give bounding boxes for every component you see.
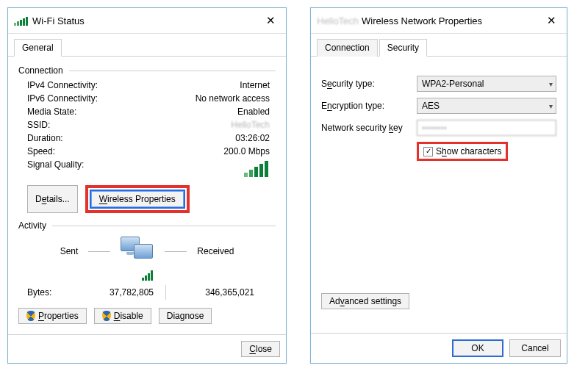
- close-button[interactable]: Close: [241, 341, 280, 357]
- advanced-settings-button[interactable]: Advanced settings: [321, 293, 409, 309]
- details-button[interactable]: Details...: [27, 185, 78, 213]
- ipv4-value: Internet: [123, 80, 276, 90]
- tabs: Connection Security: [311, 34, 567, 57]
- row-security-type: Security type: WPA2-Personal ▾: [321, 73, 556, 95]
- tab-label: Security: [387, 43, 419, 53]
- tab-general[interactable]: General: [14, 39, 62, 57]
- t: W: [99, 194, 107, 204]
- activity-header-label: Activity: [18, 220, 46, 231]
- t: h: [442, 146, 447, 156]
- window-title: Wi-Fi Status: [32, 15, 85, 26]
- t: roperties: [44, 311, 79, 321]
- ipv6-label: IPv6 Connectivity:: [27, 93, 123, 104]
- bytes-received: 346,365,021: [172, 287, 260, 298]
- encryption-type-label: Encryption type:: [321, 101, 417, 111]
- t: OK: [471, 343, 484, 353]
- t: lose: [256, 344, 272, 354]
- shield-icon: [26, 311, 35, 321]
- row-show-characters: ✓ Show characters: [321, 139, 556, 164]
- row-speed: Speed: 200.0 Mbps: [18, 145, 276, 158]
- network-key-input[interactable]: ••••••••: [417, 120, 556, 136]
- tab-security[interactable]: Security: [379, 39, 427, 57]
- footer-buttons: Properties Disable Diagnose: [18, 303, 276, 328]
- signal-quality-icon: [244, 159, 268, 177]
- ipv6-value: No network access: [123, 93, 276, 104]
- bytes-sent: 37,782,805: [71, 287, 159, 298]
- media-value: Enabled: [123, 107, 276, 117]
- tab-label: Connection: [325, 43, 370, 53]
- t: isable: [120, 311, 143, 321]
- bytes-row: Bytes: 37,782,805 346,365,021: [18, 284, 276, 301]
- close-button[interactable]: ✕: [262, 12, 280, 29]
- divider: [165, 285, 166, 300]
- wifi-signal-icon: [14, 15, 28, 26]
- connection-header: Connection: [18, 65, 276, 76]
- activity-signal-icon: [142, 269, 153, 281]
- received-label: Received: [197, 246, 234, 256]
- network-name-label: HelloTech: [317, 15, 359, 26]
- highlight-show-characters: ✓ Show characters: [417, 142, 508, 161]
- properties-button[interactable]: Properties: [18, 308, 87, 324]
- activity-header: Activity: [18, 220, 276, 231]
- t: Cancel: [521, 343, 548, 353]
- media-label: Media State:: [27, 107, 123, 117]
- row-encryption-type: Encryption type: AES ▾: [321, 95, 556, 117]
- close-button[interactable]: ✕: [542, 12, 561, 29]
- encryption-type-value: AES: [422, 101, 549, 111]
- security-pane: Security type: WPA2-Personal ▾ Encryptio…: [311, 57, 567, 333]
- speed-value: 200.0 Mbps: [123, 146, 276, 156]
- wireless-properties-button[interactable]: Wireless Properties: [91, 191, 184, 207]
- t: ireless Properties: [107, 194, 176, 204]
- security-type-select[interactable]: WPA2-Personal ▾: [417, 76, 556, 92]
- ipv4-label: IPv4 Connectivity:: [27, 80, 123, 90]
- shield-icon: [102, 311, 111, 321]
- t: S: [436, 146, 442, 156]
- security-type-value: WPA2-Personal: [422, 79, 549, 89]
- row-media-state: Media State: Enabled: [18, 105, 276, 118]
- diagnose-button[interactable]: Diagnose: [159, 308, 212, 324]
- speed-label: Speed:: [27, 146, 123, 156]
- bytes-label: Bytes:: [27, 287, 71, 298]
- t: n: [327, 101, 332, 111]
- wireless-properties-window: HelloTech Wireless Network Properties ✕ …: [310, 7, 567, 364]
- tab-connection[interactable]: Connection: [317, 39, 378, 57]
- window-title: Wireless Network Properties: [362, 15, 482, 26]
- t: ow characters: [447, 146, 502, 156]
- bottom-bar: Close: [8, 334, 286, 363]
- security-type-label: Security type:: [321, 79, 417, 89]
- t: anced settings: [345, 296, 401, 306]
- t: tails...: [46, 194, 69, 204]
- show-characters-checkbox[interactable]: ✓: [423, 147, 433, 156]
- computers-icon: [121, 237, 154, 266]
- divider: [165, 251, 187, 252]
- chevron-down-icon: ▾: [549, 80, 553, 88]
- connection-buttons: Details... Wireless Properties: [18, 181, 276, 217]
- cancel-button[interactable]: Cancel: [509, 339, 561, 357]
- row-ipv6: IPv6 Connectivity: No network access: [18, 92, 276, 105]
- tabs: General: [8, 34, 286, 57]
- row-signal-quality: Signal Quality:: [18, 158, 276, 181]
- row-ipv4: IPv4 Connectivity: Internet: [18, 79, 276, 92]
- t: C: [249, 344, 256, 354]
- ok-button[interactable]: OK: [452, 339, 503, 357]
- chevron-down-icon: ▾: [549, 102, 553, 110]
- network-key-label: Network security key: [321, 123, 417, 133]
- t: ey: [393, 123, 403, 133]
- titlebar: Wi-Fi Status ✕: [8, 8, 286, 34]
- ssid-label: SSID:: [27, 120, 123, 130]
- disable-button[interactable]: Disable: [94, 308, 151, 324]
- sent-label: Sent: [60, 246, 79, 256]
- duration-label: Duration:: [27, 133, 123, 143]
- row-duration: Duration: 03:26:02: [18, 132, 276, 145]
- row-network-key: Network security key ••••••••: [321, 117, 556, 139]
- divider: [88, 251, 110, 252]
- encryption-type-select[interactable]: AES ▾: [417, 98, 556, 114]
- wifi-status-window: Wi-Fi Status ✕ General Connection IPv4 C…: [7, 7, 287, 364]
- activity-visual: Sent Received: [18, 234, 276, 269]
- t: S: [321, 79, 327, 89]
- t: Network security: [321, 123, 389, 133]
- t: Ad: [329, 296, 340, 306]
- signal-quality-label: Signal Quality:: [27, 159, 123, 179]
- t: cryption type:: [332, 101, 384, 111]
- ssid-value: HelloTech: [123, 120, 276, 130]
